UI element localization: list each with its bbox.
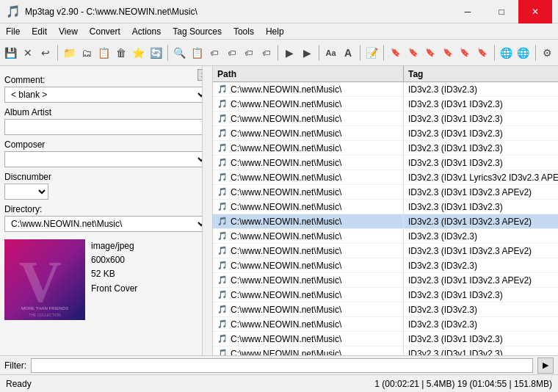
menu-convert[interactable]: Convert bbox=[84, 23, 126, 39]
composer-select[interactable] bbox=[4, 151, 208, 167]
toolbar-play1[interactable]: ▶ bbox=[282, 44, 298, 62]
file-cell-path: 🎵C:\www.NEOWIN.net\Music\ bbox=[213, 346, 404, 355]
toolbar-sep-1 bbox=[57, 45, 58, 61]
toolbar-case[interactable]: Aa bbox=[323, 44, 339, 62]
svg-text:THE COLLECTION: THE COLLECTION bbox=[29, 313, 61, 317]
toolbar-edit[interactable]: 📝 bbox=[364, 44, 380, 62]
table-row[interactable]: 🎵C:\www.NEOWIN.net\Music\ID3v2.3 (ID3v1 … bbox=[213, 97, 558, 112]
table-row[interactable]: 🎵C:\www.NEOWIN.net\Music\ID3v2.3 (ID3v1 … bbox=[213, 185, 558, 200]
file-cell-tag: ID3v2.3 (ID3v1 ID3v2.3 APEv2) bbox=[404, 214, 558, 228]
toolbar-open-dir[interactable]: 📁 bbox=[62, 44, 78, 62]
menu-tag-sources[interactable]: Tag Sources bbox=[167, 23, 228, 39]
toolbar-settings[interactable]: ⚙ bbox=[539, 44, 555, 62]
album-art[interactable]: V MORE THAN FRIENDS THE COLLECTION bbox=[4, 239, 85, 320]
file-cell-path: 🎵C:\www.NEOWIN.net\Music\ bbox=[213, 170, 404, 184]
column-header-path[interactable]: Path bbox=[213, 66, 404, 81]
toolbar-save[interactable]: 💾 bbox=[3, 44, 19, 62]
file-cell-path: 🎵C:\www.NEOWIN.net\Music\ bbox=[213, 244, 404, 258]
menu-actions[interactable]: Actions bbox=[126, 23, 167, 39]
table-row[interactable]: 🎵C:\www.NEOWIN.net\Music\ID3v2.3 (ID3v1 … bbox=[213, 156, 558, 170]
toolbar-undo[interactable]: ✕ bbox=[21, 44, 37, 62]
table-row[interactable]: 🎵C:\www.NEOWIN.net\Music\ID3v2.3 (ID3v1 … bbox=[213, 332, 558, 346]
file-path-text: C:\www.NEOWIN.net\Music\ bbox=[231, 158, 341, 168]
toolbar-src3[interactable]: 🔖 bbox=[422, 44, 438, 62]
minimize-button[interactable]: ─ bbox=[451, 0, 485, 23]
table-row[interactable]: 🎵C:\www.NEOWIN.net\Music\ID3v2.3 (ID3v1 … bbox=[213, 170, 558, 185]
file-cell-tag: ID3v2.3 (ID3v1 ID3v2.3) bbox=[404, 200, 558, 214]
table-row[interactable]: 🎵C:\www.NEOWIN.net\Music\ID3v2.3 (ID3v1 … bbox=[213, 141, 558, 156]
toolbar-src2[interactable]: 🔖 bbox=[405, 44, 421, 62]
toolbar-favorite[interactable]: ⭐ bbox=[131, 44, 147, 62]
art-label: Front Cover bbox=[91, 282, 137, 296]
toolbar-delete[interactable]: 🗑 bbox=[113, 44, 129, 62]
table-row[interactable]: 🎵C:\www.NEOWIN.net\Music\ID3v2.3 (ID3v1 … bbox=[213, 126, 558, 141]
file-icon: 🎵 bbox=[217, 319, 228, 330]
toolbar-reload[interactable]: ↩ bbox=[37, 44, 54, 62]
table-row[interactable]: 🎵C:\www.NEOWIN.net\Music\ID3v2.3 (ID3v1 … bbox=[213, 214, 558, 229]
toolbar-src5[interactable]: 🔖 bbox=[457, 44, 473, 62]
comment-select[interactable]: < blank > bbox=[4, 87, 208, 103]
scroll-track[interactable] bbox=[202, 66, 212, 355]
toolbar-refresh[interactable]: 🔄 bbox=[148, 44, 164, 62]
toolbar-play2[interactable]: ▶ bbox=[299, 44, 315, 62]
table-row[interactable]: 🎵C:\www.NEOWIN.net\Music\ID3v2.3 (ID3v1 … bbox=[213, 288, 558, 302]
table-row[interactable]: 🎵C:\www.NEOWIN.net\Music\ID3v2.3 (ID3v1 … bbox=[213, 273, 558, 288]
album-art-section: V MORE THAN FRIENDS THE COLLECTION image… bbox=[4, 239, 208, 320]
toolbar-search[interactable]: 🔍 bbox=[172, 44, 188, 62]
toolbar-open-files[interactable]: 🗂 bbox=[79, 44, 95, 62]
status-right: 1 (00:02:21 | 5.4MB) 19 (01:04:55 | 151.… bbox=[374, 379, 552, 389]
table-row[interactable]: 🎵C:\www.NEOWIN.net\Music\ID3v2.3 (ID3v2.… bbox=[213, 82, 558, 97]
table-row[interactable]: 🎵C:\www.NEOWIN.net\Music\ID3v2.3 (ID3v2.… bbox=[213, 229, 558, 244]
toolbar-tag-copy[interactable]: 📋 bbox=[189, 44, 205, 62]
toolbar: 💾 ✕ ↩ 📁 🗂 📋 🗑 ⭐ 🔄 🔍 📋 🏷 🏷 🏷 🏷 ▶ ▶ Aa A 📝… bbox=[0, 40, 558, 66]
table-row[interactable]: 🎵C:\www.NEOWIN.net\Music\ID3v2.3 (ID3v1 … bbox=[213, 200, 558, 214]
file-cell-tag: ID3v2.3 (ID3v1 ID3v2.3 APEv2) bbox=[404, 244, 558, 258]
table-row[interactable]: 🎵C:\www.NEOWIN.net\Music\ID3v2.3 (ID3v2.… bbox=[213, 317, 558, 332]
album-artist-input[interactable] bbox=[4, 119, 208, 135]
table-row[interactable]: 🎵C:\www.NEOWIN.net\Music\ID3v2.3 (ID3v1 … bbox=[213, 244, 558, 258]
window-controls: ─ □ ✕ bbox=[451, 0, 552, 23]
toolbar-tag2[interactable]: 🏷 bbox=[223, 44, 239, 62]
toolbar-src4[interactable]: 🔖 bbox=[440, 44, 456, 62]
maximize-button[interactable]: □ bbox=[485, 0, 518, 23]
file-path-text: C:\www.NEOWIN.net\Music\ bbox=[231, 305, 341, 315]
table-row[interactable]: 🎵C:\www.NEOWIN.net\Music\ID3v2.3 (ID3v1 … bbox=[213, 112, 558, 126]
file-icon: 🎵 bbox=[217, 305, 228, 315]
toolbar-web1[interactable]: 🌐 bbox=[498, 44, 514, 62]
filter-bar: Filter: ▶ bbox=[0, 355, 558, 374]
menu-view[interactable]: View bbox=[53, 23, 84, 39]
menu-tools[interactable]: Tools bbox=[228, 23, 260, 39]
directory-label: Directory: bbox=[4, 204, 208, 214]
directory-select[interactable]: C:\www.NEOWIN.net\Music\ bbox=[4, 216, 208, 232]
toolbar-src6[interactable]: 🔖 bbox=[474, 44, 490, 62]
discnumber-select[interactable] bbox=[4, 184, 48, 200]
close-button[interactable]: ✕ bbox=[518, 0, 552, 23]
file-cell-path: 🎵C:\www.NEOWIN.net\Music\ bbox=[213, 112, 404, 126]
toolbar-sep-7 bbox=[494, 45, 495, 61]
comment-label: Comment: bbox=[4, 75, 208, 85]
toolbar-tag1[interactable]: 🏷 bbox=[206, 44, 222, 62]
file-cell-tag: ID3v2.3 (ID3v1 ID3v2.3) bbox=[404, 97, 558, 111]
file-cell-path: 🎵C:\www.NEOWIN.net\Music\ bbox=[213, 214, 404, 228]
menu-help[interactable]: Help bbox=[260, 23, 290, 39]
table-row[interactable]: 🎵C:\www.NEOWIN.net\Music\ID3v2.3 (ID3v2.… bbox=[213, 302, 558, 317]
file-icon: 🎵 bbox=[217, 261, 228, 271]
filter-input[interactable] bbox=[31, 358, 533, 373]
toolbar-tag3[interactable]: 🏷 bbox=[241, 44, 257, 62]
toolbar-text[interactable]: A bbox=[340, 44, 356, 62]
filter-go-button[interactable]: ▶ bbox=[537, 357, 554, 374]
table-row[interactable]: 🎵C:\www.NEOWIN.net\Music\ID3v2.3 (ID3v2.… bbox=[213, 258, 558, 273]
file-cell-path: 🎵C:\www.NEOWIN.net\Music\ bbox=[213, 82, 404, 96]
toolbar-web2[interactable]: 🌐 bbox=[515, 44, 532, 62]
file-cell-path: 🎵C:\www.NEOWIN.net\Music\ bbox=[213, 302, 404, 316]
toolbar-src1[interactable]: 🔖 bbox=[388, 44, 404, 62]
file-cell-path: 🎵C:\www.NEOWIN.net\Music\ bbox=[213, 97, 404, 111]
toolbar-tag4[interactable]: 🏷 bbox=[258, 44, 274, 62]
table-row[interactable]: 🎵C:\www.NEOWIN.net\Music\ID3v2.3 (ID3v1 … bbox=[213, 346, 558, 355]
menu-edit[interactable]: Edit bbox=[26, 23, 53, 39]
toolbar-copy[interactable]: 📋 bbox=[96, 44, 112, 62]
menu-file[interactable]: File bbox=[0, 23, 26, 39]
column-header-tag[interactable]: Tag bbox=[404, 66, 558, 81]
file-cell-path: 🎵C:\www.NEOWIN.net\Music\ bbox=[213, 126, 404, 140]
file-cell-path: 🎵C:\www.NEOWIN.net\Music\ bbox=[213, 200, 404, 214]
